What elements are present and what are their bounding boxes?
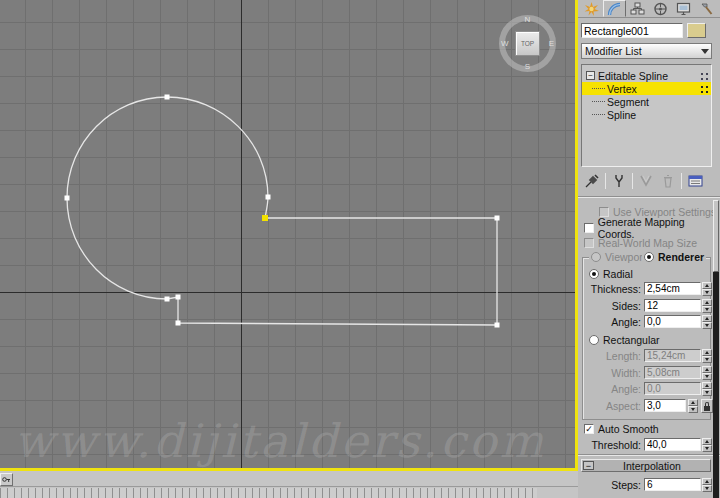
aspect-row: Aspect: xyxy=(578,399,714,414)
vertex-handle[interactable] xyxy=(176,295,181,300)
angle-spinner[interactable] xyxy=(702,315,712,329)
make-unique-button[interactable] xyxy=(635,172,657,190)
selected-vertex-handle[interactable] xyxy=(262,215,268,221)
spin-down-icon[interactable] xyxy=(702,356,712,363)
collapse-icon[interactable]: − xyxy=(583,461,594,470)
spline-curve[interactable] xyxy=(67,97,497,325)
threshold-label: Threshold: xyxy=(578,439,641,451)
viewcube[interactable]: N E S W TOP xyxy=(499,15,556,72)
steps-label: Steps: xyxy=(578,479,641,491)
viewcube-top-face[interactable]: TOP xyxy=(515,31,540,56)
viewport-radio-label: Viewport xyxy=(605,251,646,263)
tab-utilities[interactable] xyxy=(695,0,718,17)
panel-scrollbar-thumb[interactable] xyxy=(713,200,719,272)
vertex-handle[interactable] xyxy=(176,321,181,326)
width-spinner[interactable] xyxy=(702,366,712,380)
stack-item-vertex[interactable]: Vertex xyxy=(582,82,711,95)
tab-motion[interactable] xyxy=(649,0,672,17)
real-world-map-size-row: Real-World Map Size xyxy=(584,236,697,249)
steps-field[interactable] xyxy=(644,478,701,491)
interpolation-rollout-header[interactable]: − Interpolation xyxy=(581,459,711,472)
spin-up-icon[interactable] xyxy=(702,315,712,322)
hammer-icon xyxy=(699,2,714,16)
toolbar-separator xyxy=(605,173,606,189)
rectangular-radio[interactable] xyxy=(589,335,599,345)
tab-display[interactable] xyxy=(672,0,695,17)
open-mini-curve-editor-button[interactable] xyxy=(0,473,13,486)
angle2-field[interactable] xyxy=(644,382,701,395)
editable-spline-shape[interactable] xyxy=(0,0,575,468)
auto-smooth-checkbox[interactable]: ✓ xyxy=(584,424,594,434)
spin-up-icon[interactable] xyxy=(702,349,712,356)
stack-item-segment[interactable]: Segment xyxy=(582,95,711,108)
vertex-handle[interactable] xyxy=(495,216,500,221)
thickness-spinner[interactable] xyxy=(702,282,712,296)
angle-field[interactable] xyxy=(644,315,701,328)
stack-item-spline[interactable]: Spline xyxy=(582,108,711,121)
pin-stack-button[interactable] xyxy=(581,172,603,190)
track-bar[interactable] xyxy=(0,471,578,498)
radial-radio[interactable] xyxy=(589,269,599,279)
threshold-spinner[interactable] xyxy=(702,438,712,452)
width-label: Width: xyxy=(578,367,641,379)
aspect-field[interactable] xyxy=(644,399,686,412)
thickness-label: Thickness: xyxy=(578,283,641,295)
spin-down-icon[interactable] xyxy=(702,389,712,396)
vertex-handle[interactable] xyxy=(165,95,170,100)
object-name-field[interactable] xyxy=(581,23,683,38)
remove-modifier-button[interactable] xyxy=(657,172,679,190)
panel-scrollbar[interactable] xyxy=(713,200,719,498)
spin-down-icon[interactable] xyxy=(688,406,698,413)
generate-mapping-coords-checkbox[interactable] xyxy=(584,223,594,233)
spin-up-icon[interactable] xyxy=(702,299,712,306)
compass-north: N xyxy=(525,16,531,24)
modifier-list-dropdown[interactable]: Modifier List xyxy=(581,43,712,59)
time-slider-strip[interactable] xyxy=(0,471,578,487)
top-viewport[interactable]: N E S W TOP xyxy=(0,0,575,468)
renderer-radio[interactable] xyxy=(644,252,654,262)
spin-down-icon[interactable] xyxy=(702,445,712,452)
spin-down-icon[interactable] xyxy=(702,289,712,296)
aspect-spinner[interactable] xyxy=(688,399,698,413)
object-color-swatch[interactable] xyxy=(687,23,706,38)
stack-item-label: Vertex xyxy=(607,83,637,95)
configure-modifier-sets-button[interactable] xyxy=(684,172,706,190)
spin-up-icon[interactable] xyxy=(702,366,712,373)
timeline-ruler[interactable] xyxy=(0,488,537,498)
spin-down-icon[interactable] xyxy=(702,306,712,313)
tab-modify[interactable] xyxy=(603,0,626,17)
tab-hierarchy[interactable] xyxy=(626,0,649,17)
sides-spinner[interactable] xyxy=(702,299,712,313)
vertex-handle[interactable] xyxy=(495,323,500,328)
stack-item-editable-spline[interactable]: − Editable Spline xyxy=(582,69,711,82)
tab-create[interactable] xyxy=(580,0,603,17)
angle2-spinner[interactable] xyxy=(702,382,712,396)
compass-west: W xyxy=(501,40,509,48)
show-end-result-button[interactable] xyxy=(608,172,630,190)
bend-arc-icon xyxy=(607,2,622,16)
spin-up-icon[interactable] xyxy=(688,399,698,406)
steps-spinner[interactable] xyxy=(702,478,712,492)
spin-up-icon[interactable] xyxy=(702,282,712,289)
spin-down-icon[interactable] xyxy=(702,322,712,329)
length-spinner[interactable] xyxy=(702,349,712,363)
radial-radio-label: Radial xyxy=(603,268,633,280)
spin-down-icon[interactable] xyxy=(702,373,712,380)
width-field[interactable] xyxy=(644,366,701,379)
spin-up-icon[interactable] xyxy=(702,438,712,445)
vertex-handles[interactable] xyxy=(65,95,500,328)
aspect-lock-button[interactable] xyxy=(701,399,713,413)
threshold-field[interactable] xyxy=(644,438,701,451)
vertex-handle[interactable] xyxy=(165,297,170,302)
sides-field[interactable] xyxy=(644,299,701,312)
viewport-radio[interactable] xyxy=(591,252,601,262)
vertex-handle[interactable] xyxy=(266,195,271,200)
length-field[interactable] xyxy=(644,349,701,362)
real-world-map-size-checkbox[interactable] xyxy=(584,238,594,248)
thickness-field[interactable] xyxy=(644,282,701,295)
vertex-handle[interactable] xyxy=(65,196,70,201)
spin-down-icon[interactable] xyxy=(702,485,712,492)
spin-up-icon[interactable] xyxy=(702,478,712,485)
collapse-icon[interactable]: − xyxy=(586,71,595,80)
spin-up-icon[interactable] xyxy=(702,382,712,389)
